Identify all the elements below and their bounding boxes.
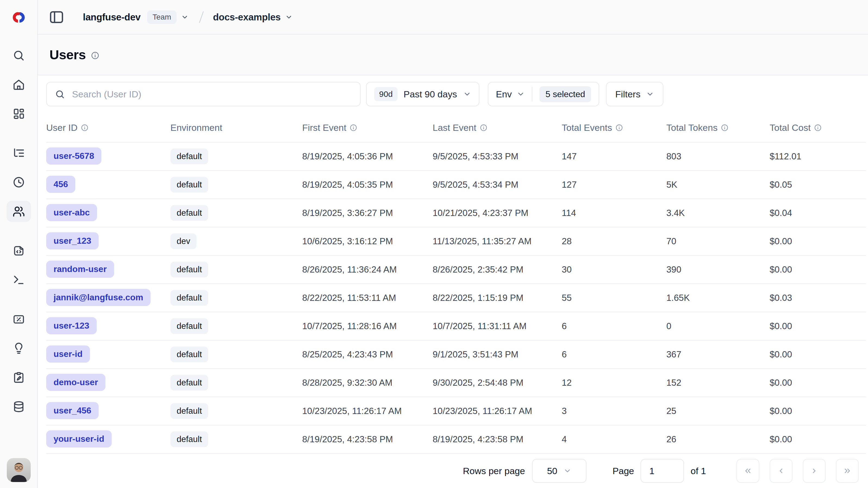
table-row[interactable]: user-5678default8/19/2025, 4:05:36 PM9/5… <box>46 143 866 171</box>
table-body: user-5678default8/19/2025, 4:05:36 PM9/5… <box>46 143 866 454</box>
column-header[interactable]: Total Events <box>562 122 666 133</box>
total-cost-cell: $0.00 <box>770 434 792 444</box>
previous-page-button[interactable] <box>770 459 793 483</box>
sidebar-item-tracing[interactable] <box>6 143 31 164</box>
sidebar-item-evaluation[interactable] <box>6 309 31 330</box>
table-row[interactable]: demo-userdefault8/28/2025, 9:32:30 AM9/3… <box>46 369 866 397</box>
column-header[interactable]: First Event <box>302 122 433 133</box>
total-cost-cell: $0.00 <box>770 349 792 359</box>
total-events-cell: 55 <box>562 293 572 303</box>
rows-per-page-value: 50 <box>547 466 557 476</box>
chevron-down-icon[interactable] <box>181 13 189 21</box>
sidebar-item-insights[interactable] <box>6 338 31 359</box>
sidebar-item-annotation[interactable] <box>6 367 31 388</box>
first-event-cell: 10/7/2025, 11:28:16 AM <box>302 321 397 331</box>
table-row[interactable]: 456default8/19/2025, 4:05:35 PM9/5/2025,… <box>46 171 866 199</box>
column-header-label: Total Events <box>562 122 612 133</box>
user-id-badge[interactable]: demo-user <box>46 374 105 391</box>
sidebar-item-search[interactable] <box>6 45 31 66</box>
last-page-button[interactable] <box>836 459 859 483</box>
column-header-label: Total Tokens <box>666 122 717 133</box>
search-input[interactable] <box>71 89 360 100</box>
table-row[interactable]: user_456default10/23/2025, 11:26:17 AM10… <box>46 397 866 425</box>
sidebar-toggle-icon[interactable] <box>49 9 64 25</box>
user-id-badge[interactable]: jannik@langfuse.com <box>46 289 151 306</box>
last-event-cell: 9/1/2025, 3:51:43 PM <box>433 349 519 359</box>
last-event-cell: 9/5/2025, 4:53:33 PM <box>433 151 519 161</box>
table-row[interactable]: random-userdefault8/26/2025, 11:36:24 AM… <box>46 256 866 284</box>
last-event-cell: 8/19/2025, 4:23:58 PM <box>433 434 523 444</box>
last-event-cell: 10/23/2025, 11:26:17 AM <box>433 406 532 416</box>
langfuse-logo[interactable] <box>0 0 37 34</box>
page-of-label: of 1 <box>690 466 706 476</box>
user-avatar[interactable] <box>7 458 31 482</box>
users-icon <box>12 205 25 218</box>
first-page-button[interactable] <box>737 459 759 483</box>
column-header[interactable]: User ID <box>46 122 170 133</box>
clipboard-pen-icon <box>12 371 25 384</box>
column-header[interactable]: Environment <box>170 122 302 133</box>
chevron-down-icon <box>563 467 571 475</box>
chevron-down-icon <box>646 90 654 98</box>
user-id-badge[interactable]: user-123 <box>46 317 97 334</box>
chevron-right-icon <box>810 466 818 475</box>
info-icon <box>721 124 728 132</box>
rows-per-page-label: Rows per page <box>463 466 525 476</box>
table-row[interactable]: user-abcdefault8/19/2025, 3:36:27 PM10/2… <box>46 199 866 227</box>
total-tokens-cell: 3.4K <box>666 208 685 218</box>
sidebar-item-prompts[interactable] <box>6 240 31 261</box>
chevron-down-icon[interactable] <box>285 13 293 21</box>
env-selected-badge: 5 selected <box>539 86 591 102</box>
filters-button[interactable]: Filters <box>606 82 663 106</box>
total-events-cell: 6 <box>562 349 567 359</box>
table-row[interactable]: user-iddefault8/25/2025, 4:23:43 PM9/1/2… <box>46 341 866 369</box>
page-number-input[interactable] <box>641 459 684 483</box>
terminal-icon <box>12 274 25 286</box>
column-header[interactable]: Total Cost <box>770 122 866 133</box>
table-row[interactable]: user_123dev10/6/2025, 3:16:12 PM11/13/20… <box>46 227 866 256</box>
search-icon <box>55 89 65 99</box>
user-id-badge[interactable]: random-user <box>46 261 114 278</box>
user-id-badge[interactable]: user_123 <box>46 232 99 250</box>
rows-per-page-select[interactable]: 50 <box>532 459 586 483</box>
environment-filter-button[interactable]: Env 5 selected <box>488 82 599 106</box>
table-row[interactable]: jannik@langfuse.comdefault8/22/2025, 11:… <box>46 284 866 312</box>
total-cost-cell: $0.00 <box>770 236 792 246</box>
user-id-badge[interactable]: user_456 <box>46 402 99 419</box>
table-row[interactable]: your-user-iddefault8/19/2025, 4:23:58 PM… <box>46 425 866 454</box>
date-range-badge: 90d <box>374 87 398 101</box>
page-label: Page <box>613 466 634 476</box>
user-id-badge[interactable]: 456 <box>46 176 75 193</box>
total-cost-cell: $0.05 <box>770 179 792 190</box>
info-icon <box>349 124 358 132</box>
date-range-button[interactable]: 90d Past 90 days <box>366 82 479 106</box>
sidebar-item-dashboard[interactable] <box>6 103 31 124</box>
project-name[interactable]: docs-examples <box>213 12 281 23</box>
user-id-badge[interactable]: user-5678 <box>46 147 101 165</box>
table-row[interactable]: user-123default10/7/2025, 11:28:16 AM10/… <box>46 312 866 341</box>
column-header[interactable]: Last Event <box>433 122 562 133</box>
info-icon <box>814 124 822 132</box>
total-cost-cell: $0.04 <box>770 208 792 218</box>
environment-badge: default <box>170 205 208 221</box>
user-id-badge[interactable]: user-abc <box>46 204 97 221</box>
total-events-cell: 114 <box>562 208 576 218</box>
env-label: Env <box>496 89 512 99</box>
user-id-badge[interactable]: user-id <box>46 345 90 363</box>
sidebar-item-datasets[interactable] <box>6 396 31 417</box>
column-header-label: Last Event <box>433 122 476 133</box>
sidebar-item-sessions[interactable] <box>6 172 31 193</box>
column-header[interactable]: Total Tokens <box>666 122 770 133</box>
info-icon[interactable] <box>91 51 99 60</box>
user-id-badge[interactable]: your-user-id <box>46 430 112 448</box>
org-name[interactable]: langfuse-dev <box>83 12 141 23</box>
total-events-cell: 30 <box>562 264 572 275</box>
next-page-button[interactable] <box>803 459 826 483</box>
total-events-cell: 28 <box>562 236 572 246</box>
chevron-down-icon <box>463 90 471 98</box>
last-event-cell: 10/7/2025, 11:31:11 AM <box>433 321 527 331</box>
total-events-cell: 3 <box>562 406 567 416</box>
sidebar-item-playground[interactable] <box>6 269 31 290</box>
sidebar-item-users[interactable] <box>6 201 31 222</box>
sidebar-item-home[interactable] <box>6 74 31 95</box>
